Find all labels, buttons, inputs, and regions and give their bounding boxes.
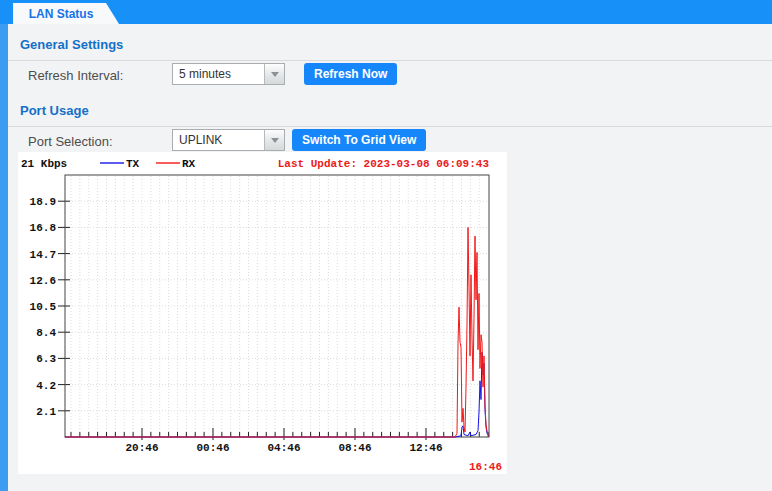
chevron-down-icon[interactable] — [264, 64, 284, 84]
svg-text:12:46: 12:46 — [409, 442, 442, 454]
svg-text:Last Update: 2023-03-08 06:09:: Last Update: 2023-03-08 06:09:43 — [278, 158, 490, 170]
port-usage-chart-panel: 18.916.814.712.610.58.46.34.22.120:4600:… — [18, 152, 507, 474]
port-selection-label: Port Selection: — [28, 134, 113, 149]
svg-text:4.2: 4.2 — [36, 380, 56, 392]
svg-text:6.3: 6.3 — [36, 353, 56, 365]
general-settings-divider — [8, 60, 772, 61]
chevron-triangle — [271, 72, 279, 77]
svg-text:04:46: 04:46 — [267, 442, 300, 454]
refresh-interval-value: 5 minutes — [173, 67, 264, 81]
svg-text:08:46: 08:46 — [339, 442, 372, 454]
refresh-interval-label: Refresh Interval: — [28, 68, 123, 83]
svg-text:21 Kbps: 21 Kbps — [21, 158, 67, 170]
svg-text:TX: TX — [126, 158, 140, 170]
refresh-now-button[interactable]: Refresh Now — [304, 63, 397, 85]
left-accent-strip — [0, 24, 8, 491]
port-selection-value: UPLINK — [173, 133, 264, 147]
svg-text:20:46: 20:46 — [125, 442, 158, 454]
svg-text:16:46: 16:46 — [469, 461, 502, 473]
svg-text:2.1: 2.1 — [36, 406, 56, 418]
refresh-interval-select[interactable]: 5 minutes — [172, 63, 285, 85]
svg-text:12.6: 12.6 — [30, 275, 56, 287]
svg-text:8.4: 8.4 — [36, 327, 56, 339]
chevron-down-icon[interactable] — [264, 130, 284, 150]
svg-text:00:46: 00:46 — [197, 442, 230, 454]
svg-text:18.9: 18.9 — [30, 196, 56, 208]
general-settings-title: General Settings — [20, 37, 123, 52]
chevron-triangle — [271, 138, 279, 143]
svg-text:10.5: 10.5 — [30, 301, 57, 313]
svg-text:14.7: 14.7 — [30, 249, 56, 261]
port-usage-divider — [8, 126, 772, 127]
traffic-chart: 18.916.814.712.610.58.46.34.22.120:4600:… — [18, 152, 507, 474]
tab-lan-status[interactable]: LAN Status — [13, 3, 119, 24]
svg-text:16.8: 16.8 — [30, 222, 57, 234]
tab-bar: LAN Status — [0, 0, 772, 24]
tab-label: LAN Status — [29, 7, 94, 21]
port-selection-select[interactable]: UPLINK — [172, 129, 285, 151]
svg-text:RX: RX — [182, 158, 196, 170]
switch-to-grid-view-button[interactable]: Switch To Grid View — [292, 129, 426, 151]
port-usage-title: Port Usage — [20, 103, 89, 118]
